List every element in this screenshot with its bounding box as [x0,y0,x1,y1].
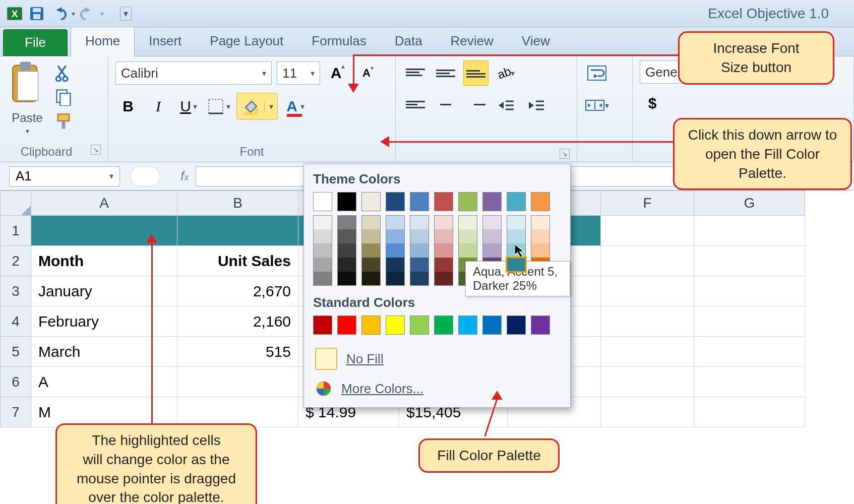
color-swatch[interactable] [434,229,453,243]
font-name-combo[interactable]: Calibri ▾ [115,61,272,85]
row-header-2[interactable]: 2 [0,246,31,276]
color-swatch[interactable] [482,215,502,229]
increase-indent-button[interactable] [524,93,549,118]
cell-G1[interactable] [694,216,805,246]
paste-button[interactable]: Paste ▾ [7,60,47,135]
color-swatch[interactable] [313,258,332,272]
align-middle-button[interactable] [433,60,458,86]
color-swatch[interactable] [410,316,429,335]
color-swatch[interactable] [386,272,405,286]
cut-icon[interactable] [54,64,73,82]
alignment-launcher-icon[interactable]: ↘ [560,149,570,159]
color-swatch[interactable] [434,215,453,229]
color-swatch[interactable] [434,272,453,286]
no-fill-option[interactable]: No Fill [313,343,561,375]
font-size-combo[interactable]: 11 ▾ [277,61,320,85]
cell-F3[interactable] [601,276,694,306]
excel-icon[interactable]: X [5,4,24,23]
cell-F7[interactable] [601,397,694,427]
color-swatch[interactable] [337,272,356,286]
color-swatch[interactable] [531,192,550,211]
color-swatch[interactable] [410,258,429,272]
cell-F5[interactable] [601,337,694,367]
align-top-button[interactable] [403,60,428,86]
color-swatch[interactable] [410,243,429,258]
tab-file[interactable]: File [3,29,68,56]
font-color-button[interactable]: A ▾ [283,94,308,119]
clipboard-launcher-icon[interactable]: ↘ [91,145,101,155]
color-swatch[interactable] [482,192,502,211]
color-swatch[interactable] [361,229,381,243]
qat-customize-icon[interactable]: ▾ [120,7,132,21]
cell-A7[interactable]: M [31,397,177,427]
color-swatch[interactable] [386,258,405,272]
align-right-button[interactable] [463,93,489,118]
more-colors-option[interactable]: More Colors... [313,375,561,402]
format-painter-icon[interactable] [54,112,73,130]
underline-button[interactable]: U▾ [176,94,201,119]
save-icon[interactable] [27,4,46,23]
color-swatch[interactable] [337,316,356,335]
color-swatch[interactable] [507,215,526,229]
color-swatch[interactable] [458,229,477,243]
tab-view[interactable]: View [508,27,564,56]
color-swatch[interactable] [313,243,332,258]
col-header-A[interactable]: A [31,191,177,216]
row-header-6[interactable]: 6 [0,367,31,397]
cell-B1[interactable] [177,216,298,246]
col-header-F[interactable]: F [601,191,694,216]
color-swatch[interactable] [507,192,526,211]
color-swatch[interactable] [386,229,405,243]
tab-data[interactable]: Data [381,27,437,56]
color-swatch[interactable] [531,229,550,243]
paste-dropdown-icon[interactable]: ▾ [26,127,29,135]
cell-G2[interactable] [694,246,805,276]
color-swatch[interactable] [337,215,356,229]
color-swatch[interactable] [313,215,332,229]
color-swatch[interactable] [361,215,381,229]
cell-A5[interactable]: March [31,337,177,367]
color-swatch[interactable] [386,243,405,258]
name-box[interactable]: A1 ▾ [9,166,120,186]
cell-G4[interactable] [694,306,805,337]
align-center-button[interactable] [433,93,458,118]
cell-G3[interactable] [694,276,805,306]
color-swatch[interactable] [313,316,332,335]
fill-color-button[interactable]: ▾ [236,93,278,120]
undo-icon[interactable] [49,4,69,23]
color-swatch[interactable] [531,215,550,229]
qat-dropdown2-icon[interactable]: ▾ [100,10,104,18]
color-swatch[interactable] [361,243,381,258]
row-header-1[interactable]: 1 [0,216,31,246]
cell-A4[interactable]: February [31,306,177,337]
color-swatch[interactable] [458,316,477,335]
cell-A2[interactable]: Month [31,246,177,276]
cell-F2[interactable] [601,246,694,276]
row-header-5[interactable]: 5 [0,337,31,367]
cell-G7[interactable] [694,397,805,427]
redo-icon[interactable] [78,4,97,23]
bold-button[interactable]: B [115,94,141,119]
col-header-B[interactable]: B [177,191,298,216]
color-swatch[interactable] [507,258,526,272]
color-swatch[interactable] [361,192,381,211]
cell-G6[interactable] [694,367,805,397]
color-swatch[interactable] [507,229,526,243]
tab-home[interactable]: Home [71,27,135,56]
cell-B3[interactable]: 2,670 [177,276,298,306]
color-swatch[interactable] [361,258,381,272]
color-swatch[interactable] [482,229,502,243]
color-swatch[interactable] [507,316,526,335]
color-swatch[interactable] [434,258,453,272]
color-swatch[interactable] [531,316,550,335]
merge-center-button[interactable]: ▾ [584,93,609,118]
row-header-7[interactable]: 7 [0,397,31,427]
cell-A6[interactable]: A [31,367,177,397]
color-swatch[interactable] [361,272,381,286]
color-swatch[interactable] [313,272,332,286]
wrap-text-button[interactable] [584,60,609,86]
color-swatch[interactable] [458,192,477,211]
align-left-button[interactable] [403,93,428,118]
decrease-indent-button[interactable] [494,93,519,118]
color-swatch[interactable] [313,229,332,243]
